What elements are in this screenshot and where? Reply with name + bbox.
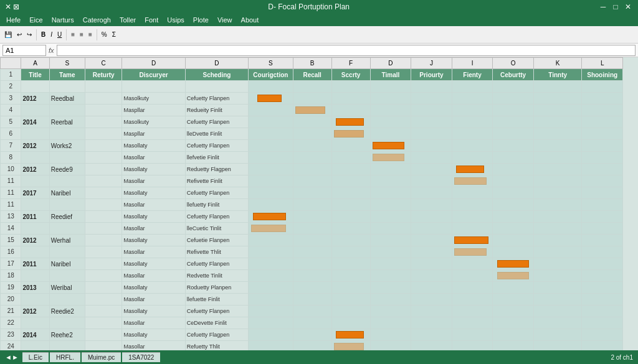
cell-2-c[interactable] bbox=[85, 81, 122, 93]
col-A[interactable]: A bbox=[21, 58, 49, 69]
cell-4-gantt3[interactable] bbox=[331, 105, 370, 116]
cell-4-d1[interactable]: Maspllar bbox=[122, 105, 185, 116]
col-J[interactable]: J bbox=[411, 58, 452, 69]
cell-3-gantt5[interactable] bbox=[411, 93, 452, 105]
cell-4-s[interactable] bbox=[49, 105, 85, 116]
cell-5-year[interactable]: 2014 bbox=[21, 116, 49, 128]
cell-2-s[interactable] bbox=[49, 81, 85, 93]
cell-2-i[interactable] bbox=[452, 81, 493, 93]
cell-2-j[interactable] bbox=[411, 81, 452, 93]
col-O[interactable]: O bbox=[493, 58, 534, 69]
cell-3-d1[interactable]: Masolkuty bbox=[122, 93, 185, 105]
menu-caterogh[interactable]: Caterogh bbox=[79, 16, 115, 24]
cell-5-g9[interactable] bbox=[582, 116, 623, 128]
col-C[interactable]: C bbox=[85, 58, 122, 69]
cell-4-gantt7[interactable] bbox=[493, 105, 534, 116]
cell-4-a[interactable] bbox=[21, 105, 49, 116]
col-D1[interactable]: D bbox=[122, 58, 185, 69]
cell-2-d3[interactable] bbox=[370, 81, 411, 93]
maximize-btn[interactable]: □ bbox=[611, 2, 621, 11]
cell-4-gantt6[interactable] bbox=[452, 105, 493, 116]
cell-2-o[interactable] bbox=[493, 81, 534, 93]
cell-2-d1[interactable] bbox=[122, 81, 185, 93]
close-btn[interactable]: ✕ bbox=[623, 2, 633, 11]
bold-btn[interactable]: B bbox=[39, 30, 47, 39]
menu-view[interactable]: View bbox=[214, 16, 236, 24]
cell-5-g1[interactable] bbox=[249, 116, 293, 128]
cell-4-gantt4[interactable] bbox=[370, 105, 411, 116]
cell-3-gantt4[interactable] bbox=[370, 93, 411, 105]
minimize-btn[interactable]: ─ bbox=[598, 2, 608, 11]
cell-4-gantt1[interactable] bbox=[249, 105, 293, 116]
align-left-btn[interactable]: ≡ bbox=[69, 30, 77, 39]
cell-2-d2[interactable] bbox=[185, 81, 248, 93]
cell-5-g3[interactable] bbox=[331, 116, 370, 128]
underline-btn[interactable]: U bbox=[55, 30, 64, 39]
col-D3[interactable]: D bbox=[370, 58, 411, 69]
name-box[interactable] bbox=[2, 45, 46, 56]
cell-2-b[interactable] bbox=[293, 81, 331, 93]
col-S2[interactable]: S bbox=[249, 58, 293, 69]
undo-btn[interactable]: ↩ bbox=[15, 30, 24, 39]
cell-3-gantt7[interactable] bbox=[493, 93, 534, 105]
cell-5-g4[interactable] bbox=[370, 116, 411, 128]
cell-5-g5[interactable] bbox=[411, 116, 452, 128]
col-I[interactable]: I bbox=[452, 58, 493, 69]
cell-5-c[interactable] bbox=[85, 116, 122, 128]
align-right-btn[interactable]: ≡ bbox=[87, 30, 94, 39]
cell-4-gantt9[interactable] bbox=[582, 105, 623, 116]
format-btn[interactable]: % bbox=[100, 30, 109, 39]
sum-btn[interactable]: Σ bbox=[110, 30, 118, 39]
cell-4-gantt2[interactable] bbox=[293, 105, 331, 116]
menu-narturs[interactable]: Narturs bbox=[48, 16, 78, 24]
sheet-tab-1sa7022[interactable]: 1SA7022 bbox=[122, 352, 160, 362]
cell-3-gantt9[interactable] bbox=[582, 93, 623, 105]
menu-hefe[interactable]: Hefe bbox=[2, 16, 24, 24]
redo-btn[interactable]: ↪ bbox=[25, 30, 34, 39]
cell-4-d2[interactable]: Redueity Finlit bbox=[185, 105, 248, 116]
sheet-tab-leic[interactable]: L.Eic bbox=[22, 352, 49, 362]
menu-font[interactable]: Font bbox=[141, 16, 162, 24]
cell-2-a[interactable] bbox=[21, 81, 49, 93]
formula-input[interactable] bbox=[57, 45, 636, 56]
cell-3-gantt2[interactable] bbox=[293, 93, 331, 105]
nav-arrows[interactable]: ◄► bbox=[5, 353, 19, 361]
cell-5-d2[interactable]: Cefuetty Flanpen bbox=[185, 116, 248, 128]
window-controls[interactable]: ─ □ ✕ bbox=[598, 2, 633, 11]
cell-2-l[interactable] bbox=[582, 81, 623, 93]
col-D2[interactable]: D bbox=[185, 58, 248, 69]
sheet-tab-hrfl[interactable]: HRFL. bbox=[50, 352, 80, 362]
menu-eice[interactable]: Eice bbox=[26, 16, 46, 24]
save-btn[interactable]: 💾 bbox=[2, 30, 14, 39]
col-B[interactable]: B bbox=[293, 58, 331, 69]
cell-3-gantt6[interactable] bbox=[452, 93, 493, 105]
menu-about[interactable]: About bbox=[237, 16, 263, 24]
cell-2-f[interactable] bbox=[331, 81, 370, 93]
cell-5-d1[interactable]: Masolkuty bbox=[122, 116, 185, 128]
cell-4-gantt8[interactable] bbox=[533, 105, 581, 116]
menu-usips[interactable]: Usips bbox=[163, 16, 188, 24]
col-L[interactable]: L bbox=[582, 58, 623, 69]
cell-4-gantt5[interactable] bbox=[411, 105, 452, 116]
cell-5-g8[interactable] bbox=[533, 116, 581, 128]
sheet-tab-muime[interactable]: Muime.pc bbox=[82, 352, 121, 362]
cell-5-g6[interactable] bbox=[452, 116, 493, 128]
cell-3-gantt8[interactable] bbox=[533, 93, 581, 105]
cell-3-year[interactable]: 2012 bbox=[21, 93, 49, 105]
menu-toller[interactable]: Toller bbox=[116, 16, 140, 24]
align-center-btn[interactable]: ≡ bbox=[78, 30, 85, 39]
cell-2-s2[interactable] bbox=[249, 81, 293, 93]
cell-5-g2[interactable] bbox=[293, 116, 331, 128]
italic-btn[interactable]: I bbox=[49, 30, 54, 39]
cell-3-name[interactable]: Reedbal bbox=[49, 93, 85, 105]
menu-plote[interactable]: Plote bbox=[189, 16, 212, 24]
cell-4-c[interactable] bbox=[85, 105, 122, 116]
cell-2-k[interactable] bbox=[533, 81, 581, 93]
cell-3-d2[interactable]: Cefuetty Flanpen bbox=[185, 93, 248, 105]
cell-5-name[interactable]: Reerbal bbox=[49, 116, 85, 128]
col-K[interactable]: K bbox=[533, 58, 581, 69]
col-S[interactable]: S bbox=[49, 58, 85, 69]
cell-3-gantt1[interactable] bbox=[249, 93, 293, 105]
cell-3-gantt3[interactable] bbox=[331, 93, 370, 105]
col-F[interactable]: F bbox=[331, 58, 370, 69]
